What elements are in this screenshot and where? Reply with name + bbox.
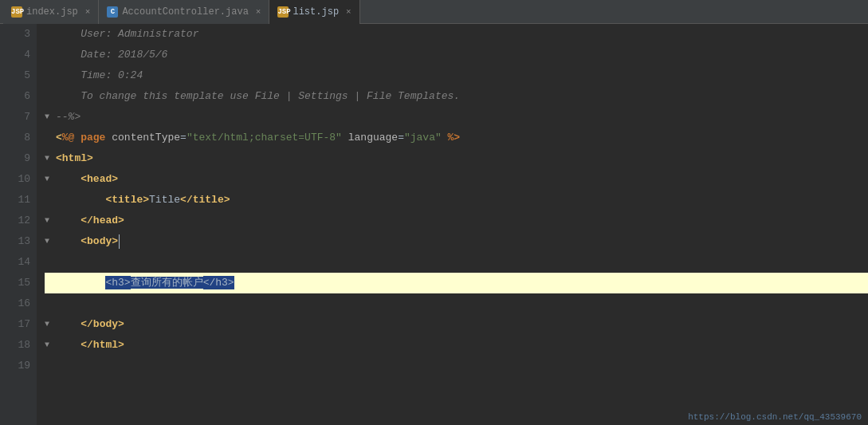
code-line-3: User: Administrator [45, 24, 868, 45]
code-line-5: Time: 0:24 [45, 65, 868, 86]
tab-list-jsp[interactable]: JSPlist.jsp× [269, 0, 359, 24]
fold-arrow-12[interactable]: ▼ [45, 211, 56, 231]
line-num-8: 8 [0, 128, 30, 148]
tab-icon-index-jsp: JSP [11, 6, 22, 18]
line-numbers: 345678910111213141516171819 [0, 24, 37, 425]
code-line-12: ▼ </head> [45, 211, 868, 231]
code-area: User: Administrator Date: 2018/5/6 Time:… [37, 24, 868, 425]
tab-close-index-jsp[interactable]: × [85, 7, 91, 17]
code-content-9: <html> [56, 148, 93, 169]
tab-index-jsp[interactable]: JSPindex.jsp× [3, 0, 99, 24]
code-content-12: </head> [56, 211, 124, 231]
tab-bar: JSPindex.jsp×CAccountController.java×JSP… [0, 0, 868, 24]
line-num-14: 14 [0, 252, 30, 273]
code-content-17: </body> [56, 314, 124, 335]
tab-close-list-jsp[interactable]: × [346, 7, 352, 17]
code-content-5: Time: 0:24 [56, 65, 143, 86]
tab-close-account-controller[interactable]: × [256, 7, 261, 17]
tab-account-controller[interactable]: CAccountController.java× [99, 0, 269, 24]
code-line-13: ▼ <body> [45, 231, 868, 252]
code-content-18: </html> [56, 335, 124, 356]
line-num-6: 6 [0, 86, 30, 107]
code-content-11: <title>Title</title> [56, 190, 230, 211]
code-line-18: ▼ </html> [45, 335, 868, 356]
code-line-4: Date: 2018/5/6 [45, 45, 868, 65]
code-line-10: ▼ <head> [45, 169, 868, 190]
code-content-3: User: Administrator [56, 24, 198, 45]
tab-label-account-controller: AccountController.java [122, 6, 248, 18]
watermark: https://blog.csdn.net/qq_43539670 [688, 412, 862, 422]
line-num-7: 7 [0, 107, 30, 128]
line-num-4: 4 [0, 45, 30, 65]
line-num-19: 19 [0, 356, 30, 376]
code-line-9: ▼<html> [45, 148, 868, 169]
tab-label-index-jsp: index.jsp [26, 6, 78, 18]
code-line-8: <%@ page contentType="text/html;charset=… [45, 128, 868, 148]
fold-arrow-10[interactable]: ▼ [45, 169, 56, 190]
code-line-14 [45, 252, 868, 273]
tab-icon-list-jsp: JSP [277, 6, 289, 18]
tab-icon-account-controller: C [107, 6, 118, 18]
line-num-13: 13 [0, 231, 30, 252]
code-line-6: To change this template use File | Setti… [45, 86, 868, 107]
code-line-17: ▼ </body> [45, 314, 868, 335]
text-cursor [119, 234, 120, 249]
line-num-3: 3 [0, 24, 30, 45]
fold-arrow-7[interactable]: ▼ [45, 107, 56, 128]
line-num-17: 17 [0, 314, 30, 335]
line-num-16: 16 [0, 293, 30, 314]
fold-arrow-9[interactable]: ▼ [45, 148, 56, 169]
code-line-7: ▼--%> [45, 107, 868, 128]
tab-label-list-jsp: list.jsp [293, 6, 339, 18]
code-line-16 [45, 293, 868, 314]
code-line-19 [45, 356, 868, 376]
fold-arrow-13[interactable]: ▼ [45, 231, 56, 252]
code-content-6: To change this template use File | Setti… [56, 86, 460, 107]
line-num-11: 11 [0, 190, 30, 211]
line-num-12: 12 [0, 211, 30, 231]
code-content-8: <%@ page contentType="text/html;charset=… [56, 128, 460, 148]
line-num-10: 10 [0, 169, 30, 190]
code-content-7: --%> [56, 107, 81, 128]
code-content-13: <body> [56, 231, 118, 252]
code-line-15: <h3>查询所有的帐户</h3> [45, 273, 868, 293]
line-num-9: 9 [0, 148, 30, 169]
editor: 345678910111213141516171819 User: Admini… [0, 24, 868, 425]
code-content-15: <h3>查询所有的帐户</h3> [56, 273, 234, 293]
fold-arrow-17[interactable]: ▼ [45, 314, 56, 335]
line-num-15: 15 [0, 273, 30, 293]
code-line-11: <title>Title</title> [45, 190, 868, 211]
code-content-4: Date: 2018/5/6 [56, 45, 167, 65]
line-num-18: 18 [0, 335, 30, 356]
code-content-10: <head> [56, 169, 118, 190]
fold-arrow-18[interactable]: ▼ [45, 335, 56, 356]
line-num-5: 5 [0, 65, 30, 86]
